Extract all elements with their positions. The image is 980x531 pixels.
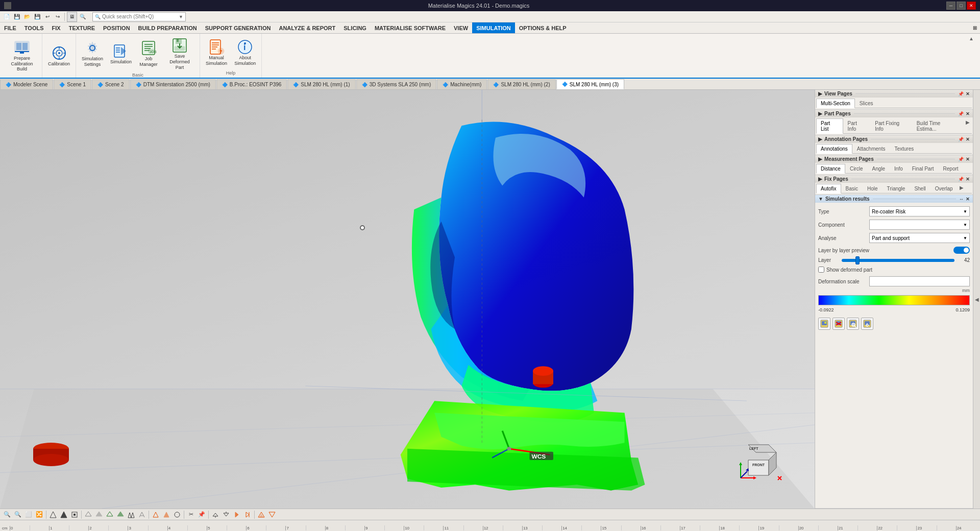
part-pages-pin[interactable]: 📌 xyxy=(958,111,964,116)
delete-image-button[interactable] xyxy=(832,318,845,330)
menu-file[interactable]: FILE xyxy=(0,22,20,33)
bt-tool12[interactable] xyxy=(172,510,182,519)
prepare-calibration-build-button[interactable]: Prepare CalibrationBuild xyxy=(5,38,39,74)
view-pages-pin[interactable]: 📌 xyxy=(958,91,964,96)
measurement-pages-header[interactable]: ▶ Measurement Pages 📌 ✕ xyxy=(815,155,973,163)
layer-preview-toggle[interactable] xyxy=(953,247,970,254)
fix-pages-scroll-right[interactable]: ▶ xyxy=(958,184,966,193)
settings-image-button[interactable] xyxy=(861,318,873,330)
tab-scene2[interactable]: 🔷 Scene 2 xyxy=(92,79,130,89)
fix-pages-close[interactable]: ✕ xyxy=(966,177,970,182)
qa-undo-button[interactable]: ↩ xyxy=(43,12,52,21)
menu-build-preparation[interactable]: BUILD PREPARATION xyxy=(134,22,201,33)
bt-tool7[interactable] xyxy=(115,510,126,519)
tab-multi-section[interactable]: Multi-Section xyxy=(816,99,855,108)
bt-tool1[interactable] xyxy=(48,510,58,519)
calibration-button[interactable]: Calibration xyxy=(45,43,72,68)
deformation-scale-input[interactable]: 0,00 xyxy=(869,276,970,286)
bt-tool6[interactable] xyxy=(105,510,115,519)
search-dropdown-icon[interactable]: ▼ xyxy=(179,14,183,19)
zoom-image-button[interactable] xyxy=(847,318,859,330)
bt-tool2[interactable] xyxy=(59,510,69,519)
tab-slm280-3[interactable]: 🔷 SLM 280 HL (mm) (3) xyxy=(556,79,624,89)
part-pages-scroll-right[interactable]: ▶ xyxy=(964,118,972,133)
tab-part-list[interactable]: Part List xyxy=(816,118,843,134)
menu-fix[interactable]: FIX xyxy=(48,22,65,33)
view-pages-close[interactable]: ✕ xyxy=(966,91,970,96)
tab-scene1[interactable]: 🔷 Scene 1 xyxy=(54,79,91,89)
qa-redo-button[interactable]: ↪ xyxy=(53,12,62,21)
annotation-pages-close[interactable]: ✕ xyxy=(966,137,970,142)
menu-tools[interactable]: TOOLS xyxy=(20,22,48,33)
qa-new-button[interactable]: 📄 xyxy=(2,12,11,21)
menu-view[interactable]: VIEW xyxy=(450,22,472,33)
bt-tool17[interactable] xyxy=(232,510,242,519)
tab-report[interactable]: Report xyxy=(939,164,963,173)
part-pages-header[interactable]: ▶ Part Pages 📌 ✕ xyxy=(815,110,973,117)
tab-annotations[interactable]: Annotations xyxy=(816,144,852,154)
bt-tool18[interactable] xyxy=(242,510,253,519)
bt-transform[interactable]: 🔀 xyxy=(34,510,44,519)
ribbon-collapse-button[interactable]: ▲ xyxy=(969,34,978,78)
tab-slm280-2[interactable]: 🔷 SLM 280 HL (mm) (2) xyxy=(487,79,555,89)
bt-tool11[interactable] xyxy=(161,510,172,519)
simulation-results-header[interactable]: ▼ Simulation results ↔ ✕ xyxy=(815,195,973,203)
measurement-pages-close[interactable]: ✕ xyxy=(966,157,970,162)
menu-slicing[interactable]: SLICING xyxy=(339,22,371,33)
menu-options-help[interactable]: OPTIONS & HELP xyxy=(515,22,571,33)
qa-search-button[interactable]: 🔍 xyxy=(78,12,87,21)
tab-part-info[interactable]: Part Info xyxy=(843,118,871,133)
show-deformed-checkbox[interactable] xyxy=(818,267,824,273)
viewport[interactable]: WCS xyxy=(0,90,815,509)
maximize-button[interactable]: □ xyxy=(957,2,966,10)
bt-tool10[interactable] xyxy=(151,510,161,519)
bt-tool8[interactable] xyxy=(126,510,136,519)
menu-materialise-software[interactable]: MATERIALISE SOFTWARE xyxy=(371,22,450,33)
bt-tool3[interactable] xyxy=(69,510,80,519)
annotation-pages-pin[interactable]: 📌 xyxy=(958,137,964,142)
bt-tool9[interactable] xyxy=(137,510,147,519)
qa-save-button[interactable]: 💾 xyxy=(12,12,21,21)
annotation-pages-header[interactable]: ▶ Annotation Pages 📌 ✕ xyxy=(815,135,973,143)
simulation-button[interactable]: Simulation xyxy=(108,41,134,66)
tab-modeler-scene[interactable]: 🔷 Modeler Scene xyxy=(0,79,53,89)
bt-zoom-select[interactable]: 🔍 xyxy=(2,510,12,519)
menu-expand-icon[interactable]: ⊞ xyxy=(970,25,980,31)
bt-tool13[interactable]: ✂ xyxy=(186,510,196,519)
simulation-results-expand[interactable]: ↔ xyxy=(959,197,964,202)
bt-tool19[interactable] xyxy=(256,510,266,519)
type-select[interactable]: Re-coater Risk ▼ xyxy=(869,206,970,216)
tab-dtm[interactable]: 🔷 DTM Sinterstation 2500 (mm) xyxy=(130,79,216,89)
manual-simulation-button[interactable]: ? ManualSimulation xyxy=(203,37,230,68)
menu-support-generation[interactable]: SUPPORT GENERATION xyxy=(201,22,275,33)
menu-analyze-report[interactable]: ANALYZE & REPORT xyxy=(275,22,339,33)
bt-tool20[interactable] xyxy=(267,510,277,519)
tab-overlap[interactable]: Overlap xyxy=(930,184,958,193)
job-manager-button[interactable]: JOB JobManager xyxy=(136,38,161,69)
search-input[interactable] xyxy=(102,14,179,19)
tab-final-part[interactable]: Final Part xyxy=(908,164,939,173)
simulation-results-close[interactable]: ✕ xyxy=(966,197,970,202)
tab-angle[interactable]: Angle xyxy=(867,164,890,173)
tab-slices[interactable]: Slices xyxy=(855,99,878,108)
tab-3dsystems[interactable]: 🔷 3D Systems SLA 250 (mm) xyxy=(356,79,437,89)
measurement-pages-pin[interactable]: 📌 xyxy=(958,157,964,162)
fix-pages-pin[interactable]: 📌 xyxy=(958,177,964,182)
bt-select-rect[interactable]: ⬜ xyxy=(23,510,34,519)
tab-circle[interactable]: Circle xyxy=(845,164,868,173)
close-button[interactable]: ✕ xyxy=(967,2,976,10)
search-box[interactable]: 🔍 ▼ xyxy=(92,12,186,21)
tab-bproc[interactable]: 🔷 B.Proc.: EOSINT P396 xyxy=(216,79,287,89)
tab-shell[interactable]: Shell xyxy=(910,184,930,193)
layer-slider-thumb[interactable] xyxy=(855,256,860,264)
tab-distance[interactable]: Distance xyxy=(816,164,845,174)
qa-save2-button[interactable]: 💾 xyxy=(33,12,42,21)
qa-view-button[interactable]: 🖥 xyxy=(67,12,77,22)
panel-collapse-button[interactable]: ◀ xyxy=(973,90,980,509)
orientation-cube[interactable]: FRONT LEFT xyxy=(738,435,784,480)
window-controls[interactable]: ─ □ ✕ xyxy=(946,2,976,10)
part-pages-close[interactable]: ✕ xyxy=(966,111,970,116)
tab-part-fixing-info[interactable]: Part Fixing Info xyxy=(870,118,912,133)
tab-textures[interactable]: Textures xyxy=(890,144,918,153)
bt-zoom-all[interactable]: 🔍 xyxy=(13,510,23,519)
